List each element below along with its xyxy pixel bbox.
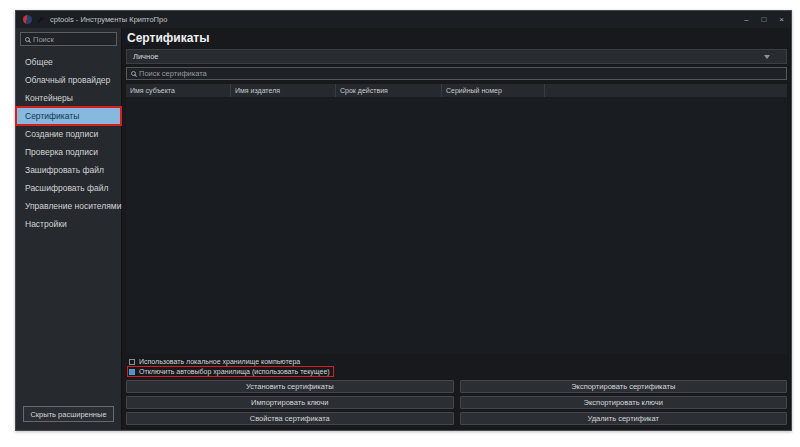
action-button-delete-certificate[interactable]: Удалить сертификат bbox=[460, 412, 788, 425]
column-header-issuer-name[interactable]: Имя издателя bbox=[231, 84, 336, 97]
app-window: cptools - Инструменты КриптоПро – □ × Об… bbox=[15, 10, 792, 431]
checkbox[interactable] bbox=[129, 369, 135, 375]
column-header-label: Имя субъекта bbox=[130, 87, 175, 94]
table-header: Имя субъекта Имя издателя Срок действия … bbox=[126, 84, 787, 97]
main-panel: Сертификаты Личное Имя субъекта Имя изда… bbox=[122, 28, 791, 430]
sidebar-item-settings[interactable]: Настройки bbox=[16, 215, 121, 233]
action-button-import-keys[interactable]: Импортировать ключи bbox=[126, 396, 454, 409]
column-header-label: Срок действия bbox=[340, 87, 388, 94]
sidebar-item-create-signature[interactable]: Создание подписи bbox=[16, 125, 121, 143]
maximize-button[interactable]: □ bbox=[761, 16, 766, 24]
certificate-search-input[interactable] bbox=[139, 69, 782, 78]
hide-advanced-button[interactable]: Скрыть расширенные bbox=[23, 406, 114, 422]
store-options: Использовать локальное хранилище компьют… bbox=[128, 357, 787, 376]
checkbox-row-use-local-machine-store[interactable]: Использовать локальное хранилище компьют… bbox=[128, 357, 303, 366]
action-button-label: Импортировать ключи bbox=[251, 398, 328, 407]
sidebar-item-encrypt-file[interactable]: Зашифровать файл bbox=[16, 161, 121, 179]
action-button-certificate-properties[interactable]: Свойства сертификата bbox=[126, 412, 454, 425]
checkbox[interactable] bbox=[129, 359, 135, 365]
sidebar-item-certificates[interactable]: Сертификаты bbox=[16, 107, 121, 125]
sidebar-spacer bbox=[16, 233, 121, 406]
store-select-value: Личное bbox=[133, 52, 159, 61]
column-header-serial-number[interactable]: Серийный номер bbox=[442, 84, 545, 97]
sidebar-item-verify-signature[interactable]: Проверка подписи bbox=[16, 143, 121, 161]
action-buttons: Установить сертификаты Экспортировать се… bbox=[126, 380, 787, 425]
sidebar-item-label: Настройки bbox=[25, 219, 67, 229]
checkbox-row-disable-store-autoselect[interactable]: Отключить автовыбор хранилища (использов… bbox=[128, 367, 333, 376]
search-icon bbox=[131, 71, 136, 76]
sidebar-search-box[interactable] bbox=[20, 32, 117, 46]
search-icon bbox=[25, 37, 30, 42]
action-button-label: Экспортировать ключи bbox=[584, 398, 663, 407]
certificates-table: Имя субъекта Имя издателя Срок действия … bbox=[126, 84, 787, 354]
action-button-label: Установить сертификаты bbox=[246, 382, 334, 391]
sidebar-item-label: Сертификаты bbox=[25, 111, 79, 121]
window-controls: – □ × bbox=[744, 16, 784, 24]
sidebar: Общее Облачный провайдер Контейнеры Серт… bbox=[16, 28, 122, 430]
sidebar-item-label: Управление носителями bbox=[25, 201, 121, 211]
minimize-button[interactable]: – bbox=[744, 16, 748, 24]
window-title: cptools - Инструменты КриптоПро bbox=[50, 15, 167, 24]
column-header-filler bbox=[545, 84, 787, 97]
sidebar-item-label: Зашифровать файл bbox=[25, 165, 104, 175]
action-button-label: Свойства сертификата bbox=[250, 414, 330, 423]
cryptopro-logo-icon bbox=[23, 15, 32, 24]
sidebar-search-input[interactable] bbox=[33, 35, 112, 44]
column-header-label: Серийный номер bbox=[446, 87, 502, 94]
action-button-export-keys[interactable]: Экспортировать ключи bbox=[460, 396, 788, 409]
sidebar-item-label: Контейнеры bbox=[25, 93, 73, 103]
title-bar[interactable]: cptools - Инструменты КриптоПро – □ × bbox=[16, 11, 791, 28]
sidebar-item-decrypt-file[interactable]: Расшифровать файл bbox=[16, 179, 121, 197]
close-button[interactable]: × bbox=[779, 16, 784, 24]
action-button-label: Удалить сертификат bbox=[587, 414, 659, 423]
action-button-label: Экспортировать сертификаты bbox=[571, 382, 675, 391]
sidebar-item-label: Общее bbox=[25, 57, 53, 67]
checkbox-label: Отключить автовыбор хранилища (использов… bbox=[139, 368, 330, 375]
store-select[interactable]: Личное bbox=[126, 49, 787, 64]
sidebar-item-label: Создание подписи bbox=[25, 129, 98, 139]
column-header-subject-name[interactable]: Имя субъекта bbox=[126, 84, 231, 97]
action-button-export-certificates[interactable]: Экспортировать сертификаты bbox=[460, 380, 788, 393]
sidebar-item-general[interactable]: Общее bbox=[16, 53, 121, 71]
table-body[interactable] bbox=[126, 97, 787, 354]
sidebar-item-media-management[interactable]: Управление носителями bbox=[16, 197, 121, 215]
sidebar-item-label: Расшифровать файл bbox=[25, 183, 108, 193]
sidebar-item-label: Проверка подписи bbox=[25, 147, 98, 157]
sidebar-item-containers[interactable]: Контейнеры bbox=[16, 89, 121, 107]
sidebar-menu: Общее Облачный провайдер Контейнеры Серт… bbox=[16, 53, 121, 233]
page-title: Сертификаты bbox=[127, 31, 787, 45]
chevron-down-icon bbox=[764, 55, 770, 59]
column-header-label: Имя издателя bbox=[235, 87, 280, 94]
column-header-validity-period[interactable]: Срок действия bbox=[336, 84, 442, 97]
wrench-icon bbox=[36, 16, 44, 24]
certificate-search-box[interactable] bbox=[126, 67, 787, 80]
action-button-install-certificates[interactable]: Установить сертификаты bbox=[126, 380, 454, 393]
app-body: Общее Облачный провайдер Контейнеры Серт… bbox=[16, 28, 791, 430]
sidebar-item-label: Облачный провайдер bbox=[25, 75, 110, 85]
checkbox-label: Использовать локальное хранилище компьют… bbox=[139, 358, 300, 365]
sidebar-item-cloud-provider[interactable]: Облачный провайдер bbox=[16, 71, 121, 89]
